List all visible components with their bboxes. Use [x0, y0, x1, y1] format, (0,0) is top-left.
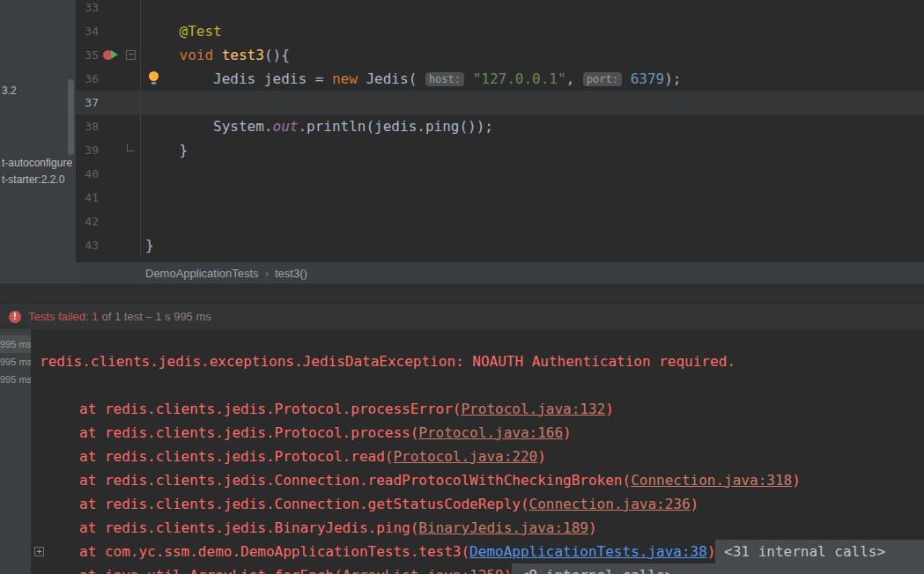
- expand-fold-icon[interactable]: +: [34, 547, 44, 556]
- code-line[interactable]: System.out.println(jedis.ping());: [141, 114, 924, 138]
- line-number: 40: [76, 162, 99, 186]
- code-token: .println(jedis.ping());: [298, 118, 493, 135]
- code-token: "127.0.0.1": [473, 70, 566, 87]
- gutter-icon-slot[interactable]: [99, 19, 123, 43]
- code-line[interactable]: }: [141, 138, 924, 162]
- test-runner-header: ! Tests failed: 1 of 1 test – 1 s 995 ms: [0, 303, 924, 329]
- test-tree-row[interactable]: 995 ms: [0, 371, 31, 388]
- editor-line[interactable]: 36 Jedis jedis = new Jedis( host: "127.0…: [76, 67, 924, 91]
- ide-window: 3.2t-autoconfiguret-starter:2.2.0 3334 @…: [0, 0, 924, 574]
- run-test-icon[interactable]: [103, 49, 118, 61]
- code-text: void test3(){: [145, 47, 290, 63]
- editor-line[interactable]: 40: [76, 162, 924, 186]
- code-line[interactable]: Jedis jedis = new Jedis( host: "127.0.0.…: [141, 67, 924, 91]
- console-text: ): [792, 468, 801, 492]
- editor-line[interactable]: 33: [76, 0, 924, 19]
- fold-column: [123, 0, 141, 19]
- internal-calls-badge[interactable]: <31 internal calls>: [715, 540, 924, 563]
- editor-line[interactable]: 42: [76, 210, 924, 233]
- stack-trace-link[interactable]: Connection.java:318: [631, 468, 792, 492]
- stack-trace-link[interactable]: Protocol.java:132: [461, 397, 605, 421]
- gutter-icon-slot[interactable]: [99, 0, 123, 19]
- code-editor[interactable]: 3334 @Test35− void test3(){36 Jedis jedi…: [76, 0, 924, 283]
- code-line[interactable]: [141, 162, 924, 186]
- code-text: }: [145, 142, 188, 158]
- internal-calls-badge[interactable]: <9 internal calls>: [512, 563, 924, 574]
- fold-column: [123, 19, 141, 43]
- project-tree-item[interactable]: t-starter:2.2.0: [2, 173, 64, 186]
- code-token: 6379: [631, 70, 665, 87]
- fold-column: [123, 162, 141, 186]
- test-tree-row[interactable]: 995 ms: [0, 335, 31, 353]
- stack-trace-link[interactable]: DemoApplicationTests.java:38: [469, 540, 707, 563]
- console-line: at redis.clients.jedis.BinaryJedis.ping(…: [31, 516, 924, 540]
- gutter-icon-slot[interactable]: [99, 186, 123, 210]
- run-triangle: [111, 50, 118, 59]
- console-line: [31, 373, 924, 397]
- console-line: redis.clients.jedis.exceptions.JedisData…: [31, 350, 924, 373]
- console-text: redis.clients.jedis.exceptions.JedisData…: [40, 350, 736, 373]
- line-number: 35: [76, 43, 99, 67]
- project-tree-item[interactable]: 3.2: [2, 85, 17, 97]
- scrollbar-thumb[interactable]: [68, 79, 74, 155]
- project-tree-item[interactable]: t-autoconfigure: [2, 157, 72, 169]
- tests-failed-detail: of 1 test – 1 s 995 ms: [102, 310, 211, 323]
- stack-trace-link[interactable]: BinaryJedis.java:189: [418, 516, 588, 540]
- fold-marker-collapse-icon[interactable]: −: [126, 50, 136, 60]
- fold-marker-end-icon[interactable]: [127, 144, 135, 151]
- editor-line[interactable]: 35− void test3(){: [76, 43, 924, 67]
- gutter-icon-slot[interactable]: [99, 91, 123, 114]
- console-text: at com.yc.ssm.demo.DemoApplicationTests.…: [79, 540, 469, 563]
- gutter-icon-slot[interactable]: [99, 233, 123, 257]
- code-token: System.: [213, 118, 272, 135]
- console-output[interactable]: redis.clients.jedis.exceptions.JedisData…: [31, 329, 924, 574]
- stack-trace-link[interactable]: ArrayList.java:1259: [343, 563, 504, 574]
- stack-trace-link[interactable]: Protocol.java:166: [418, 421, 563, 445]
- fold-column: [123, 233, 141, 257]
- intention-bulb-icon[interactable]: [149, 71, 159, 81]
- code-token: out: [273, 118, 299, 135]
- test-tree-row[interactable]: 995 ms: [0, 353, 31, 371]
- gutter-icon-slot[interactable]: [99, 138, 123, 162]
- console-text: ): [707, 540, 716, 563]
- code-line[interactable]: }: [141, 233, 924, 257]
- gutter-icon-slot[interactable]: [99, 114, 123, 138]
- console-text: at redis.clients.jedis.Protocol.processE…: [79, 397, 461, 421]
- code-line[interactable]: [141, 210, 924, 233]
- code-token: new: [332, 70, 358, 87]
- bulb-base-icon: [152, 82, 156, 85]
- editor-line[interactable]: 34 @Test: [76, 19, 924, 43]
- code-line[interactable]: [141, 0, 924, 19]
- project-panel[interactable]: 3.2t-autoconfiguret-starter:2.2.0: [0, 0, 76, 283]
- editor-line[interactable]: 41: [76, 186, 924, 210]
- code-token: void: [180, 47, 222, 63]
- fold-column: [123, 186, 141, 210]
- test-tree-panel[interactable]: 995 ms995 ms995 ms: [0, 329, 31, 574]
- splitter-handle[interactable]: [0, 283, 924, 303]
- editor-viewport[interactable]: 3334 @Test35− void test3(){36 Jedis jedi…: [76, 0, 924, 262]
- editor-line[interactable]: 38 System.out.println(jedis.ping());: [76, 114, 924, 138]
- code-line[interactable]: void test3(){: [141, 43, 924, 67]
- fold-column: [123, 210, 141, 233]
- code-line[interactable]: @Test: [141, 19, 924, 43]
- editor-line[interactable]: 39 }: [76, 138, 924, 162]
- code-line[interactable]: [141, 91, 924, 114]
- editor-line[interactable]: 43}: [76, 233, 924, 257]
- gutter-icon-slot[interactable]: [99, 210, 123, 233]
- code-token: }: [145, 237, 154, 254]
- test-console-body: 995 ms995 ms995 ms redis.clients.jedis.e…: [0, 329, 924, 574]
- console-text: ): [691, 492, 699, 516]
- line-number: 38: [76, 114, 99, 138]
- breadcrumb-item[interactable]: DemoApplicationTests: [145, 267, 259, 280]
- editor-line[interactable]: 37: [76, 91, 924, 114]
- console-text: at redis.clients.jedis.Connection.readPr…: [79, 468, 631, 492]
- breadcrumb-item[interactable]: test3(): [275, 267, 307, 280]
- code-line[interactable]: [141, 186, 924, 210]
- gutter-icon-slot[interactable]: [99, 67, 123, 91]
- stack-trace-link[interactable]: Protocol.java:220: [393, 445, 537, 468]
- stack-trace-link[interactable]: Connection.java:236: [529, 492, 691, 516]
- console-line: at redis.clients.jedis.Protocol.processE…: [31, 397, 924, 421]
- gutter-icon-slot[interactable]: [99, 162, 123, 186]
- code-text: }: [145, 237, 154, 254]
- gutter-icon-slot[interactable]: [99, 43, 123, 67]
